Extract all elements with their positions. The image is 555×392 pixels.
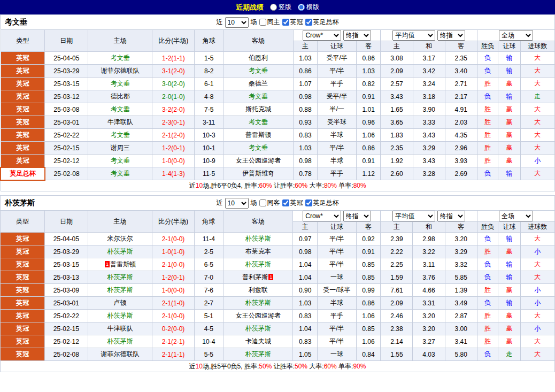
asian-line-cell: 平/半: [318, 258, 357, 271]
home-team-cell[interactable]: 谢菲尔德联队: [88, 65, 152, 78]
home-team-cell[interactable]: 牛津联队: [88, 116, 152, 129]
same-venue-checkbox-label[interactable]: 同主: [259, 18, 280, 27]
asian-final-select[interactable]: 终指: [343, 211, 371, 221]
asian-line-cell: 一球: [318, 348, 357, 361]
home-team-cell[interactable]: 朴茨茅斯: [88, 335, 152, 348]
home-team-cell[interactable]: 考文垂: [88, 78, 152, 90]
away-team-cell[interactable]: 伯恩利: [223, 52, 294, 65]
league2-checkbox[interactable]: [305, 199, 312, 206]
league1-checkbox-label[interactable]: 英冠: [282, 198, 303, 207]
away-team-cell[interactable]: 桑德兰: [223, 78, 294, 90]
euro-average-select[interactable]: 平均值: [392, 211, 435, 221]
home-team-cell[interactable]: 米尔沃尔: [88, 233, 152, 245]
corner-cell: 10-1: [195, 142, 223, 155]
subcol-handicap-result: 让球: [498, 41, 520, 52]
away-team-cell[interactable]: 女王公园巡游者: [223, 155, 294, 167]
asian-company-select[interactable]: Crow*: [303, 30, 341, 41]
handicap-result-cell: 输: [498, 167, 520, 180]
euro-home-odds-cell: 2.38: [381, 322, 413, 335]
euro-draw-odds-cell: 3.18: [413, 90, 445, 103]
away-team-cell[interactable]: 朴茨茅斯: [223, 258, 293, 271]
col-corner: 角球: [194, 211, 223, 233]
home-team-cell[interactable]: 考文垂: [88, 103, 152, 116]
col-home: 主场: [88, 211, 152, 233]
goals-result-cell: 大: [520, 142, 554, 155]
match-row: 英冠25-03-15考文垂3-0(2-0)6-1桑德兰1.07平手0.822.5…: [1, 78, 555, 90]
euro-final-select[interactable]: 终指: [437, 30, 465, 41]
euro-average-select[interactable]: 平均值: [392, 30, 435, 41]
away-team-cell[interactable]: 女王公园巡游者: [223, 310, 293, 322]
home-team-cell[interactable]: 朴茨茅斯: [88, 284, 152, 297]
match-row: 英冠25-02-22考文垂2-1(2-0)10-3普雷斯顿0.83半球1.061…: [1, 129, 555, 142]
league2-checkbox-label[interactable]: 英足总杯: [305, 198, 339, 207]
same-venue-checkbox[interactable]: [259, 199, 266, 206]
away-team-cell[interactable]: 朴茨茅斯: [223, 348, 293, 361]
score-cell: 0-2(0-0): [152, 322, 195, 335]
team-section-2: 朴茨茅斯 近 10 场 同客 英冠 英足总杯: [0, 195, 555, 372]
home-team-cell[interactable]: 考文垂: [88, 167, 152, 180]
match-table-body: 英冠25-04-05考文垂1-2(1-1)1-5伯恩利1.03受平/半0.863…: [1, 52, 555, 180]
euro-final-select[interactable]: 终指: [437, 211, 465, 221]
layout-option-horizontal[interactable]: 横版: [298, 3, 319, 12]
away-team-cell[interactable]: 考文垂: [223, 142, 294, 155]
away-team-cell[interactable]: 普利茅斯1: [223, 271, 293, 284]
match-count-select[interactable]: 10: [225, 198, 249, 209]
horizontal-layout-label: 横版: [306, 3, 319, 12]
recent-results-page: 近期战绩 竖版 横版 考文垂 近 10 场 同主: [0, 0, 555, 372]
home-team-cell[interactable]: 谢周三: [88, 142, 152, 155]
home-team-cell[interactable]: 德比郡: [88, 90, 152, 103]
league1-checkbox[interactable]: [282, 199, 289, 206]
summary-text-segment: 10: [196, 182, 203, 189]
handicap-result-cell: 输: [498, 297, 520, 310]
away-team-cell[interactable]: 伊普斯维奇: [223, 167, 294, 180]
asian-line-cell: 平手: [318, 310, 357, 322]
away-team-cell[interactable]: 朴茨茅斯: [223, 297, 293, 310]
home-team-cell[interactable]: 考文垂: [88, 129, 152, 142]
home-team-cell[interactable]: 朴茨茅斯: [88, 245, 152, 258]
euro-odds-header: 平均值 终指: [381, 30, 477, 41]
home-team-cell[interactable]: 朴茨茅斯: [88, 271, 152, 284]
away-team-cell[interactable]: 考文垂: [223, 116, 294, 129]
home-team-cell[interactable]: 卢顿: [88, 297, 152, 310]
match-count-select[interactable]: 10: [225, 17, 249, 28]
summary-text-segment: 50%: [259, 363, 272, 370]
fulltime-select[interactable]: 全场: [499, 30, 533, 41]
fulltime-select[interactable]: 全场: [499, 211, 533, 221]
subcol-asian-home: 主: [293, 41, 318, 52]
home-team-cell[interactable]: 1普雷斯顿: [88, 258, 152, 271]
vertical-layout-radio[interactable]: [270, 4, 277, 11]
team-bar: 考文垂 近 10 场 同主 英冠 英足总杯: [0, 14, 555, 29]
away-team-cell[interactable]: 考文垂: [223, 90, 294, 103]
home-team-cell[interactable]: 谢菲尔德联队: [88, 348, 152, 361]
away-team-cell[interactable]: 普雷斯顿: [223, 129, 294, 142]
away-team-cell[interactable]: 卡迪夫城: [223, 335, 293, 348]
same-venue-checkbox-label[interactable]: 同客: [259, 198, 280, 207]
home-team-cell[interactable]: 牛津联队: [88, 322, 152, 335]
asian-odds-header: Crow* 终指: [293, 30, 381, 41]
home-team-cell[interactable]: 朴茨茅斯: [88, 310, 152, 322]
euro-draw-odds-cell: 3.33: [413, 116, 445, 129]
score-cell: 1-2(1-1): [152, 52, 195, 65]
league2-checkbox-label[interactable]: 英足总杯: [305, 18, 339, 27]
same-venue-checkbox[interactable]: [259, 19, 266, 26]
home-team-cell[interactable]: 考文垂: [88, 52, 152, 65]
away-team-cell[interactable]: 朴茨茅斯: [223, 233, 293, 245]
asian-company-select[interactable]: Crow*: [303, 211, 341, 221]
away-team-cell[interactable]: 朴茨茅斯: [223, 322, 293, 335]
league1-checkbox-label[interactable]: 英冠: [282, 18, 303, 27]
horizontal-layout-radio[interactable]: [298, 4, 305, 11]
league2-checkbox[interactable]: [305, 19, 312, 26]
result-cell: 胜: [477, 322, 498, 335]
asian-odds-header: Crow* 终指: [293, 211, 381, 222]
league1-checkbox[interactable]: [282, 19, 289, 26]
away-team-cell[interactable]: 布莱克本: [223, 245, 293, 258]
league-type-cell: 英冠: [1, 322, 45, 335]
away-team-cell[interactable]: 考文垂: [223, 65, 294, 78]
asian-final-select[interactable]: 终指: [343, 30, 371, 41]
layout-option-vertical[interactable]: 竖版: [270, 3, 291, 12]
away-team-cell[interactable]: 斯托克城: [223, 103, 294, 116]
euro-home-odds-cell: 1.65: [381, 103, 413, 116]
euro-away-odds-cell: 3.00: [445, 322, 477, 335]
away-team-cell[interactable]: 利兹联: [223, 284, 293, 297]
home-team-cell[interactable]: 考文垂: [88, 155, 152, 167]
